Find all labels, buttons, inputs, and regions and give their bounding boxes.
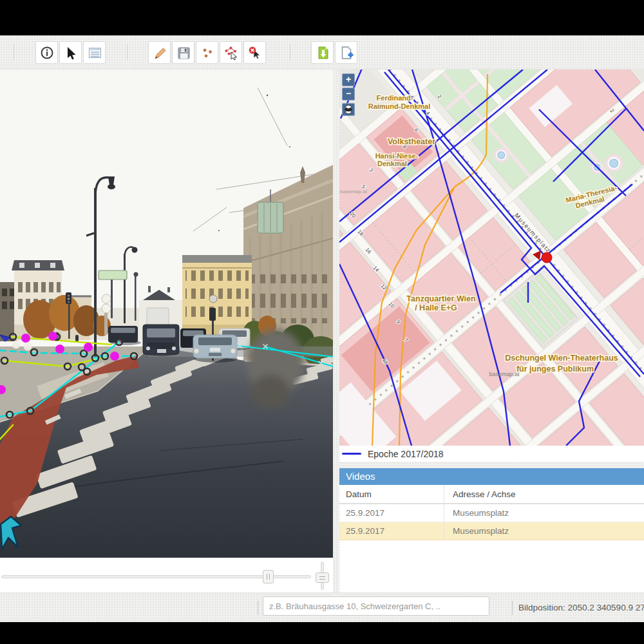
- layers-icon: [343, 104, 354, 115]
- video-row-adresse: Museumsplatz: [444, 522, 644, 540]
- address-search-input[interactable]: [263, 596, 489, 616]
- video-row-selected[interactable]: 25.9.2017 Museumsplatz: [339, 522, 644, 540]
- app-window: Ferdinand- Raimund-Denkmal Volkstheater …: [0, 0, 644, 644]
- column-header-adresse[interactable]: Adresse / Achse: [444, 485, 644, 503]
- video-row-datum: 25.9.2017: [339, 522, 444, 540]
- add-document-button[interactable]: [335, 41, 357, 64]
- info-circle-icon: [39, 45, 55, 61]
- toolbar-separator: [127, 44, 128, 60]
- map-controls: + −: [342, 73, 355, 117]
- top-black-bar: [0, 0, 644, 35]
- map-label: für junges Publikum: [516, 365, 594, 374]
- main-toolbar: [0, 35, 644, 70]
- delete-selection-button[interactable]: [243, 41, 266, 64]
- legend-label: Epoche 2017/2018: [368, 449, 444, 459]
- map-label: Volkstheater: [388, 137, 435, 146]
- map-legend: Epoche 2017/2018: [339, 446, 644, 462]
- map-label: Denkmal: [377, 160, 407, 167]
- status-separator: [512, 601, 513, 615]
- videos-panel-header: Videos: [339, 468, 644, 485]
- edit-polyline-button[interactable]: [220, 41, 242, 64]
- map-viewport[interactable]: Ferdinand- Raimund-Denkmal Volkstheater …: [339, 70, 644, 446]
- toolbar-separator: [290, 44, 290, 60]
- basemap-grid: [339, 70, 644, 446]
- status-separator: [258, 601, 258, 615]
- map-attribution: basemap.at: [489, 371, 520, 377]
- edit-polyline-icon: [223, 45, 239, 61]
- save-button[interactable]: [172, 41, 194, 64]
- horizontal-slider-handle[interactable]: [263, 570, 274, 583]
- map-watermark: basemap.at: [340, 189, 368, 194]
- video-row[interactable]: 25.9.2017 Museumsplatz: [339, 504, 644, 522]
- bildposition-status: Bildposition: 2050.2 340590.9 27.1 M: [518, 593, 644, 623]
- draw-points-button[interactable]: [196, 41, 218, 64]
- photo-slider-strip: [0, 558, 333, 592]
- select-cursor-icon: [63, 45, 79, 61]
- draw-points-icon: [200, 45, 215, 61]
- map-label: Tanzquartier Wien: [406, 294, 475, 303]
- export-document-button[interactable]: [311, 41, 334, 64]
- map-label: Ferdinand-: [377, 94, 413, 102]
- zoom-in-button[interactable]: +: [342, 73, 355, 86]
- select-button[interactable]: [59, 41, 82, 64]
- layers-button[interactable]: [342, 103, 355, 116]
- bottom-black-bar: [0, 622, 644, 644]
- panel-gap: [339, 462, 644, 468]
- video-row-adresse: Museumsplatz: [444, 504, 644, 522]
- list-view-button[interactable]: [83, 41, 106, 64]
- videos-table: Datum Adresse / Achse 25.9.2017 Museumsp…: [339, 485, 644, 540]
- map-label: / Halle E+G: [415, 303, 457, 312]
- delete-selection-icon: [247, 45, 263, 61]
- info-button[interactable]: [35, 41, 58, 64]
- add-document-icon: [339, 45, 354, 61]
- map-label: Dschungel Wien-Theaterhaus: [505, 354, 618, 363]
- map-canvas[interactable]: Ferdinand- Raimund-Denkmal Volkstheater …: [339, 70, 644, 446]
- street-photo-viewer[interactable]: [0, 70, 333, 558]
- map-label: Raimund-Denkmal: [368, 102, 431, 110]
- videos-table-header: Datum Adresse / Achse: [339, 485, 644, 504]
- toolbar-separator: [14, 44, 14, 60]
- vertical-slider-handle[interactable]: [316, 573, 329, 583]
- street-photo-pane[interactable]: [0, 70, 333, 558]
- save-floppy-icon: [176, 45, 191, 61]
- zoom-out-button[interactable]: −: [342, 88, 355, 100]
- epoch-line-swatch: [342, 453, 361, 455]
- pane-divider[interactable]: [333, 70, 339, 592]
- video-row-datum: 25.9.2017: [339, 504, 444, 522]
- edit-button[interactable]: [148, 41, 171, 64]
- map-label: Hansi-Niese-: [375, 152, 419, 160]
- column-header-datum[interactable]: Datum: [339, 485, 444, 503]
- status-bar: Bildposition: 2050.2 340590.9 27.1 M: [0, 592, 644, 622]
- edit-pencil-icon: [152, 45, 167, 61]
- export-document-icon: [315, 45, 330, 61]
- list-view-icon: [87, 45, 102, 61]
- right-pane: Ferdinand- Raimund-Denkmal Volkstheater …: [339, 70, 644, 592]
